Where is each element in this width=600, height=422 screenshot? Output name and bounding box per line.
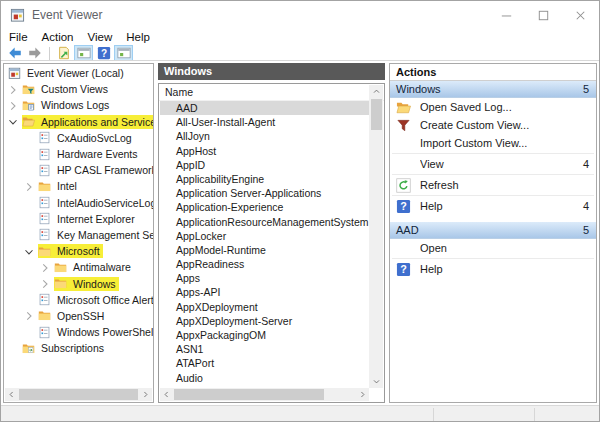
list-item-appxdeployment-server[interactable]: AppXDeployment-Server bbox=[160, 314, 369, 328]
list-item-applicabilityengine[interactable]: ApplicabilityEngine bbox=[160, 172, 369, 186]
list-item-application-server-applications[interactable]: Application Server-Applications bbox=[160, 186, 369, 200]
tree-item-intelaudioservicelog[interactable]: IntelAudioServiceLog bbox=[4, 195, 153, 211]
action-create-custom-view[interactable]: Create Custom View... bbox=[390, 116, 596, 134]
scroll-left-icon[interactable] bbox=[160, 388, 173, 401]
list-item-alljoyn[interactable]: AllJoyn bbox=[160, 129, 369, 143]
tree-item-custom-views[interactable]: Custom Views bbox=[4, 81, 153, 97]
list-item-appmodel-runtime[interactable]: AppModel-Runtime bbox=[160, 243, 369, 257]
tree-item-label: IntelAudioServiceLog bbox=[54, 196, 153, 210]
chevron-down-icon[interactable] bbox=[6, 115, 22, 129]
tree-item-intel[interactable]: Intel bbox=[4, 178, 153, 194]
scroll-up-icon[interactable] bbox=[369, 85, 383, 98]
action-open[interactable]: Open bbox=[390, 239, 596, 257]
chevron-right-icon[interactable] bbox=[38, 277, 54, 291]
action-help[interactable]: ?Help bbox=[390, 260, 596, 278]
toggle-console-tree-button[interactable] bbox=[74, 45, 93, 61]
list-item-apps-api[interactable]: Apps-API bbox=[160, 285, 369, 299]
list-vertical-scrollbar[interactable] bbox=[369, 85, 383, 388]
action-refresh[interactable]: Refresh bbox=[390, 176, 596, 194]
window-pane-icon bbox=[77, 46, 91, 60]
action-item-label: Help bbox=[420, 263, 589, 275]
folder-open-icon bbox=[22, 115, 38, 128]
tree-item-windows[interactable]: Windows bbox=[4, 275, 153, 291]
scroll-right-icon[interactable] bbox=[356, 388, 369, 401]
menu-file[interactable]: File bbox=[9, 31, 28, 43]
help-button[interactable]: ? bbox=[94, 45, 113, 61]
list-item-apps[interactable]: Apps bbox=[160, 271, 369, 285]
tree-item-label: CxAudioSvcLog bbox=[54, 131, 135, 145]
export-log-button[interactable] bbox=[54, 45, 73, 61]
tree-item-cxaudiosvclog[interactable]: CxAudioSvcLog bbox=[4, 130, 153, 146]
folder-icon bbox=[38, 309, 54, 322]
list-item-all-user-install-agent[interactable]: All-User-Install-Agent bbox=[160, 115, 369, 129]
scroll-down-icon[interactable] bbox=[369, 375, 383, 388]
tree-item-windows-logs[interactable]: Windows Logs bbox=[4, 97, 153, 113]
list-item-appid[interactable]: AppID bbox=[160, 158, 369, 172]
console-tree-panel: Event Viewer (Local)Custom ViewsWindows … bbox=[3, 63, 154, 403]
tree-item-microsoft[interactable]: Microsoft bbox=[4, 243, 153, 259]
chevron-right-icon[interactable] bbox=[6, 82, 22, 96]
tree-item-label: Windows Logs bbox=[38, 98, 112, 112]
tree-item-windows-powershell[interactable]: Windows PowerShell bbox=[4, 324, 153, 340]
tree-item-hp-casl-framework[interactable]: HP CASL Framework bbox=[4, 162, 153, 178]
chevron-right-icon[interactable] bbox=[6, 98, 22, 112]
action-open-saved-log[interactable]: Open Saved Log... bbox=[390, 98, 596, 116]
maximize-button[interactable] bbox=[525, 1, 562, 29]
close-button[interactable] bbox=[562, 1, 599, 29]
scrollbar-thumb[interactable] bbox=[371, 99, 382, 130]
chevron-down-icon[interactable] bbox=[22, 244, 38, 258]
toggle-action-pane-button[interactable] bbox=[114, 45, 133, 61]
list-item-applocker[interactable]: AppLocker bbox=[160, 229, 369, 243]
event-log-icon bbox=[38, 131, 54, 144]
status-separator bbox=[433, 408, 434, 421]
list-item-application-experience[interactable]: Application-Experience bbox=[160, 200, 369, 214]
column-header-name[interactable]: Name bbox=[159, 84, 384, 101]
list-horizontal-scrollbar[interactable] bbox=[160, 388, 369, 401]
tree-item-hardware-events[interactable]: Hardware Events bbox=[4, 146, 153, 162]
list-item-aad[interactable]: AAD bbox=[160, 101, 369, 115]
list-item-appxpackagingom[interactable]: AppxPackagingOM bbox=[160, 328, 369, 342]
help-icon: ? bbox=[396, 262, 412, 277]
list-item-appxdeployment[interactable]: AppXDeployment bbox=[160, 300, 369, 314]
tree-item-antimalware[interactable]: Antimalware bbox=[4, 259, 153, 275]
node: Custom Views bbox=[22, 82, 111, 96]
chevron-right-icon[interactable] bbox=[22, 309, 38, 323]
action-section-windows[interactable]: Windows5 bbox=[390, 81, 596, 98]
action-section-collapse-glyph[interactable]: 5 bbox=[583, 83, 589, 95]
scrollbar-thumb[interactable] bbox=[19, 389, 138, 400]
list-item-appreadiness[interactable]: AppReadiness bbox=[160, 257, 369, 271]
action-separator bbox=[392, 258, 594, 259]
scrollbar-thumb[interactable] bbox=[174, 389, 324, 400]
tree-item-key-management-service[interactable]: Key Management Service bbox=[4, 227, 153, 243]
list-item-applicationresourcemanagementsystem[interactable]: ApplicationResourceManagementSystem bbox=[160, 215, 369, 229]
menu-view[interactable]: View bbox=[88, 31, 113, 43]
tree-horizontal-scrollbar[interactable] bbox=[5, 388, 152, 401]
list-item-asn1[interactable]: ASN1 bbox=[160, 342, 369, 356]
list-item-audio[interactable]: Audio bbox=[160, 371, 369, 385]
action-section-aad[interactable]: AAD5 bbox=[390, 222, 596, 239]
action-import-custom-view[interactable]: Import Custom View... bbox=[390, 134, 596, 152]
list-item-apphost[interactable]: AppHost bbox=[160, 144, 369, 158]
minimize-button[interactable] bbox=[488, 1, 525, 29]
tree-item-openssh[interactable]: OpenSSH bbox=[4, 308, 153, 324]
menu-action[interactable]: Action bbox=[42, 31, 74, 43]
action-section-collapse-glyph[interactable]: 5 bbox=[583, 224, 589, 236]
chevron-right-icon[interactable] bbox=[22, 179, 38, 193]
action-view[interactable]: View4 bbox=[390, 155, 596, 173]
scroll-right-icon[interactable] bbox=[139, 388, 152, 401]
action-item-label: Open bbox=[420, 242, 589, 254]
tree-item-internet-explorer[interactable]: Internet Explorer bbox=[4, 211, 153, 227]
back-button[interactable] bbox=[5, 45, 24, 61]
action-item-label: Open Saved Log... bbox=[420, 101, 589, 113]
tree-item-event-viewer-local[interactable]: Event Viewer (Local) bbox=[4, 65, 153, 81]
tree-item-label: Event Viewer (Local) bbox=[24, 66, 127, 80]
scroll-left-icon[interactable] bbox=[5, 388, 18, 401]
forward-button[interactable] bbox=[25, 45, 44, 61]
chevron-right-icon[interactable] bbox=[38, 260, 54, 274]
list-item-ataport[interactable]: ATAPort bbox=[160, 356, 369, 370]
menu-help[interactable]: Help bbox=[126, 31, 150, 43]
tree-item-applications-and-services-log[interactable]: Applications and Services Log bbox=[4, 114, 153, 130]
action-help[interactable]: ?Help4 bbox=[390, 197, 596, 215]
tree-item-subscriptions[interactable]: Subscriptions bbox=[4, 340, 153, 356]
tree-item-microsoft-office-alerts[interactable]: Microsoft Office Alerts bbox=[4, 292, 153, 308]
